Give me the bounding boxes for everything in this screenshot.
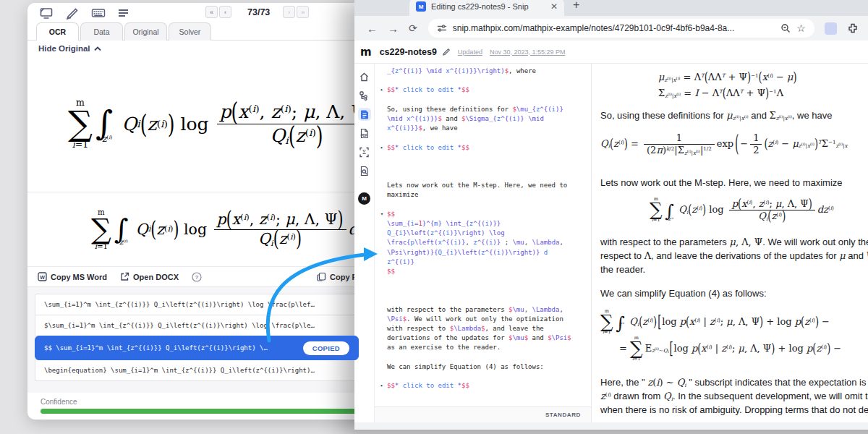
open-docx-button[interactable]: Open DOCX (120, 272, 179, 281)
fold-marker-icon[interactable]: ▸ (380, 85, 383, 95)
editor-line[interactable]: ▸$$* click to edit *$$ (381, 85, 591, 95)
editor-line[interactable]: Q_{i}\left(z^{(i)}\right) \log (381, 229, 591, 238)
editor-line[interactable] (381, 162, 591, 171)
sidebar-pdf-icon[interactable]: PDF (358, 127, 371, 140)
document-title: cs229-notes9 (380, 47, 437, 57)
fold-marker-icon[interactable]: ▸ (380, 381, 383, 391)
back-button[interactable]: ← (367, 22, 378, 35)
last-page-button[interactable]: » (297, 6, 309, 18)
editor-line[interactable]: We can simplify Equation (4) as follows: (381, 362, 591, 372)
editor-line[interactable]: \Psi\right)}{Q_{i}\left(z^{(i)}\right)} … (381, 248, 591, 258)
sidebar-snip-icon[interactable]: Σ (358, 145, 371, 158)
page-indicator: 73/73 (247, 7, 270, 17)
editor-line[interactable] (381, 296, 591, 305)
lines-icon[interactable] (117, 7, 132, 20)
editor-line[interactable]: maximize (381, 190, 591, 200)
sidebar-tree-icon[interactable] (358, 89, 371, 102)
markdown-editor[interactable]: _{z^{(i)} \mid x^{(i)}}\right)$, where▸$… (375, 64, 592, 422)
editor-line[interactable]: \frac{p\left(x^{(i)}, z^{(i)} ; \mu, \La… (381, 238, 591, 247)
rename-icon[interactable] (442, 48, 451, 56)
next-page-button[interactable]: › (283, 6, 295, 18)
editor-line[interactable] (381, 95, 591, 105)
preview-paragraph: So, using these definitions for μz(i)|x(… (600, 109, 868, 122)
address-bar[interactable]: snip.mathpix.com/mathpix-example/notes/4… (428, 19, 814, 38)
format-status[interactable]: STANDARD (545, 412, 581, 418)
help-icon[interactable]: ? (192, 272, 202, 282)
chevron-up-icon (94, 46, 101, 51)
editor-line[interactable]: with respect to the parameters $\mu, \La… (381, 305, 591, 315)
editor-line[interactable] (381, 276, 591, 286)
latex-format-row[interactable]: \begin{equation} \sum_{i=1}^m \int_{z^{(… (35, 359, 359, 381)
latex-format-row[interactable]: $\sum_{i=1}^m \int_{z^{(i)}} Q_i\left(z^… (35, 315, 359, 336)
tab-data[interactable]: Data (80, 22, 123, 41)
bookmark-star-icon[interactable]: ☆ (796, 23, 806, 33)
sidebar-home-icon[interactable] (358, 70, 371, 83)
first-page-button[interactable]: « (205, 6, 218, 18)
app-header: m cs229-notes9 Updated Nov 30, 2023, 1:5… (354, 41, 868, 64)
browser-window: M Editing cs229-notes9 - Snip ✕ + ← → ⟳ … (354, 0, 868, 430)
tab-solver[interactable]: Solver (169, 22, 211, 41)
editor-line[interactable] (381, 171, 591, 181)
prev-page-button[interactable]: ‹ (219, 6, 231, 18)
external-link-icon (120, 272, 129, 281)
editor-line[interactable]: ▾$$ (381, 210, 591, 219)
latex-format-row[interactable]: $$ \sum_{i=1}^m \int_{z^{(i)}} Q_i\left(… (35, 336, 359, 360)
editor-line[interactable]: as an exercise to the reader. (381, 343, 591, 352)
editor-line[interactable] (381, 200, 591, 210)
ocr-formula-rendered-2: m∑i=1∫z(i)Qi(z(i)) log p(x(i), z(i); μ, … (27, 192, 366, 266)
browser-tab[interactable]: M Editing cs229-notes9 - Snip ✕ (409, 0, 564, 16)
sidebar-notes-icon[interactable] (358, 108, 371, 121)
editor-line[interactable]: ▸$$* click to edit *$$ (381, 381, 591, 391)
editor-line[interactable]: with respect to $\Lambda$, and leave the (381, 324, 591, 333)
editor-line[interactable] (381, 133, 591, 142)
snip-window: « ‹ 73/73 › » OCRDataOriginalSolver Hide… (27, 3, 366, 420)
site-settings-icon[interactable] (437, 23, 447, 33)
forward-button[interactable]: → (388, 22, 399, 35)
editor-line[interactable] (381, 153, 591, 162)
preview-paragraph: with respect to the parameters μ, Λ, Ψ. … (600, 235, 868, 276)
tab-ocr[interactable]: OCR (36, 22, 79, 41)
tab-close-icon[interactable]: ✕ (550, 1, 558, 12)
editor-line[interactable]: So, using these definitions for $\mu_{z^… (381, 105, 591, 114)
editor-line[interactable] (381, 286, 591, 295)
mathpix-logo: m (360, 46, 372, 59)
minimize-window-button[interactable] (378, 0, 386, 9)
editor-line[interactable]: Lets now work out the M-step. Here, we n… (381, 181, 591, 190)
snip-tabs: OCRDataOriginalSolver (27, 22, 366, 41)
editor-line[interactable]: x^{(i)}}$, we have (381, 124, 591, 133)
fold-marker-icon[interactable]: ▸ (380, 143, 383, 153)
browser-tab-strip: M Editing cs229-notes9 - Snip ✕ + (354, 0, 868, 16)
zoom-window-button[interactable] (390, 0, 399, 9)
editor-line[interactable]: \sum_{i=1}^{m} \int_{z^{(i)}} (381, 219, 591, 229)
editor-line[interactable] (381, 372, 591, 381)
hide-original-toggle[interactable]: Hide Original (38, 44, 101, 53)
zoom-icon[interactable] (780, 23, 791, 33)
user-avatar[interactable]: M (358, 192, 370, 205)
reload-button[interactable]: ⟳ (409, 22, 417, 34)
editor-line[interactable]: ▸$$* click to edit *$$ (381, 143, 591, 153)
sidebar-search-doc-icon[interactable] (358, 164, 371, 177)
keyboard-icon[interactable] (91, 7, 106, 20)
new-tab-button[interactable]: + (573, 0, 579, 12)
editor-line[interactable] (381, 353, 591, 362)
editor-line[interactable]: $$ (381, 267, 591, 276)
close-window-button[interactable] (365, 0, 374, 9)
fold-marker-icon[interactable]: ▾ (380, 210, 383, 219)
latex-format-row[interactable]: \sum_{i=1}^m \int_{z^{(i)}} Q_i\left(z^{… (35, 294, 359, 315)
editor-line[interactable]: z^{(i)} (381, 258, 591, 267)
updated-time[interactable]: Nov 30, 2023, 1:55:29 PM (490, 48, 566, 56)
copy-ms-word-button[interactable]: W Copy MS Word (38, 272, 107, 281)
editor-status-bar: STANDARD (375, 407, 591, 422)
extensions-puzzle-icon[interactable] (847, 22, 859, 34)
editor-line[interactable]: _{z^{(i)} \mid x^{(i)}}\right)$, where (381, 67, 591, 76)
editor-line[interactable]: \Psi$. We will work out only the optimiz… (381, 315, 591, 324)
pen-icon[interactable] (65, 7, 80, 20)
tab-favicon: M (416, 1, 426, 12)
editor-line[interactable]: \mid x^{(i)}}$ and $\Sigma_{z^{(i)} \mid (381, 114, 591, 124)
mathpix-extension-icon[interactable] (825, 22, 837, 35)
tab-original[interactable]: Original (124, 22, 167, 41)
updated-label[interactable]: Updated (458, 48, 482, 56)
editor-line[interactable] (381, 76, 591, 85)
editor-line[interactable]: derivations of the updates for $\mu$ and… (381, 333, 591, 343)
screen-capture-icon[interactable] (39, 7, 54, 20)
